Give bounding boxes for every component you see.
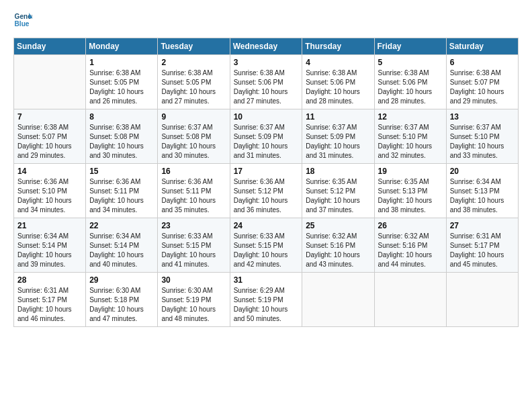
day-info: Sunrise: 6:33 AMSunset: 5:15 PMDaylight:…	[161, 232, 226, 269]
day-info: Sunrise: 6:30 AMSunset: 5:19 PMDaylight:…	[161, 286, 226, 324]
page-header: General Blue	[13, 11, 519, 30]
day-info: Sunrise: 6:36 AMSunset: 5:12 PMDaylight:…	[234, 177, 299, 215]
day-info: Sunrise: 6:34 AMSunset: 5:14 PMDaylight:…	[89, 232, 154, 269]
day-info: Sunrise: 6:36 AMSunset: 5:10 PMDaylight:…	[17, 177, 82, 215]
week-row-5: 28Sunrise: 6:31 AMSunset: 5:17 PMDayligh…	[14, 273, 519, 327]
day-cell: 25Sunrise: 6:32 AMSunset: 5:16 PMDayligh…	[302, 218, 374, 273]
day-cell	[14, 55, 86, 109]
day-number: 7	[17, 112, 82, 122]
day-info: Sunrise: 6:37 AMSunset: 5:09 PMDaylight:…	[306, 123, 370, 161]
week-row-1: 1Sunrise: 6:38 AMSunset: 5:05 PMDaylight…	[14, 55, 519, 109]
day-cell: 3Sunrise: 6:38 AMSunset: 5:06 PMDaylight…	[230, 55, 302, 109]
day-number: 25	[306, 221, 370, 230]
day-number: 20	[450, 167, 515, 176]
day-number: 18	[306, 167, 370, 176]
day-number: 8	[89, 112, 154, 122]
day-info: Sunrise: 6:33 AMSunset: 5:15 PMDaylight:…	[234, 232, 299, 269]
day-cell: 4Sunrise: 6:38 AMSunset: 5:06 PMDaylight…	[302, 55, 374, 109]
day-number: 31	[234, 275, 299, 285]
day-info: Sunrise: 6:37 AMSunset: 5:10 PMDaylight:…	[450, 123, 515, 161]
day-number: 23	[161, 221, 226, 230]
day-cell: 15Sunrise: 6:36 AMSunset: 5:11 PMDayligh…	[86, 164, 158, 218]
day-cell: 2Sunrise: 6:38 AMSunset: 5:05 PMDaylight…	[158, 55, 230, 109]
calendar-header-row: SundayMondayTuesdayWednesdayThursdayFrid…	[14, 38, 519, 55]
day-info: Sunrise: 6:38 AMSunset: 5:07 PMDaylight:…	[17, 123, 82, 161]
header-saturday: Saturday	[446, 38, 518, 55]
day-cell: 13Sunrise: 6:37 AMSunset: 5:10 PMDayligh…	[446, 109, 518, 164]
day-number: 24	[234, 221, 299, 230]
day-number: 30	[161, 275, 226, 285]
header-sunday: Sunday	[14, 38, 86, 55]
day-number: 2	[161, 58, 226, 67]
day-cell	[302, 273, 374, 327]
day-cell: 24Sunrise: 6:33 AMSunset: 5:15 PMDayligh…	[230, 218, 302, 273]
day-cell: 12Sunrise: 6:37 AMSunset: 5:10 PMDayligh…	[374, 109, 446, 164]
day-info: Sunrise: 6:38 AMSunset: 5:08 PMDaylight:…	[89, 123, 154, 161]
day-number: 16	[161, 167, 226, 176]
day-number: 1	[89, 58, 154, 67]
day-number: 5	[378, 58, 443, 67]
day-cell: 14Sunrise: 6:36 AMSunset: 5:10 PMDayligh…	[14, 164, 86, 218]
header-tuesday: Tuesday	[158, 38, 230, 55]
day-number: 10	[234, 112, 299, 122]
header-monday: Monday	[86, 38, 158, 55]
day-number: 28	[17, 275, 82, 285]
day-cell: 11Sunrise: 6:37 AMSunset: 5:09 PMDayligh…	[302, 109, 374, 164]
day-info: Sunrise: 6:31 AMSunset: 5:17 PMDaylight:…	[450, 232, 515, 269]
day-cell: 1Sunrise: 6:38 AMSunset: 5:05 PMDaylight…	[86, 55, 158, 109]
day-cell: 17Sunrise: 6:36 AMSunset: 5:12 PMDayligh…	[230, 164, 302, 218]
day-number: 9	[161, 112, 226, 122]
day-cell: 16Sunrise: 6:36 AMSunset: 5:11 PMDayligh…	[158, 164, 230, 218]
day-info: Sunrise: 6:38 AMSunset: 5:06 PMDaylight:…	[234, 68, 299, 106]
day-info: Sunrise: 6:34 AMSunset: 5:14 PMDaylight:…	[17, 232, 82, 269]
day-cell: 10Sunrise: 6:37 AMSunset: 5:09 PMDayligh…	[230, 109, 302, 164]
day-info: Sunrise: 6:32 AMSunset: 5:16 PMDaylight:…	[378, 232, 443, 269]
day-info: Sunrise: 6:30 AMSunset: 5:18 PMDaylight:…	[89, 286, 154, 324]
day-number: 14	[17, 167, 82, 176]
week-row-4: 21Sunrise: 6:34 AMSunset: 5:14 PMDayligh…	[14, 218, 519, 273]
day-info: Sunrise: 6:35 AMSunset: 5:13 PMDaylight:…	[378, 177, 443, 215]
day-cell: 22Sunrise: 6:34 AMSunset: 5:14 PMDayligh…	[86, 218, 158, 273]
header-friday: Friday	[374, 38, 446, 55]
header-wednesday: Wednesday	[230, 38, 302, 55]
day-number: 19	[378, 167, 443, 176]
day-info: Sunrise: 6:38 AMSunset: 5:06 PMDaylight:…	[306, 68, 370, 106]
day-cell: 7Sunrise: 6:38 AMSunset: 5:07 PMDaylight…	[14, 109, 86, 164]
day-number: 29	[89, 275, 154, 285]
day-info: Sunrise: 6:34 AMSunset: 5:13 PMDaylight:…	[450, 177, 515, 215]
day-info: Sunrise: 6:38 AMSunset: 5:07 PMDaylight:…	[450, 68, 515, 106]
week-row-2: 7Sunrise: 6:38 AMSunset: 5:07 PMDaylight…	[14, 109, 519, 164]
day-number: 26	[378, 221, 443, 230]
header-thursday: Thursday	[302, 38, 374, 55]
day-info: Sunrise: 6:32 AMSunset: 5:16 PMDaylight:…	[306, 232, 370, 269]
day-number: 21	[17, 221, 82, 230]
day-cell: 28Sunrise: 6:31 AMSunset: 5:17 PMDayligh…	[14, 273, 86, 327]
day-number: 6	[450, 58, 515, 67]
day-cell: 23Sunrise: 6:33 AMSunset: 5:15 PMDayligh…	[158, 218, 230, 273]
day-cell: 31Sunrise: 6:29 AMSunset: 5:19 PMDayligh…	[230, 273, 302, 327]
calendar-table: SundayMondayTuesdayWednesdayThursdayFrid…	[13, 38, 519, 327]
day-number: 3	[234, 58, 299, 67]
day-cell: 27Sunrise: 6:31 AMSunset: 5:17 PMDayligh…	[446, 218, 518, 273]
day-info: Sunrise: 6:38 AMSunset: 5:05 PMDaylight:…	[161, 68, 226, 106]
day-cell: 21Sunrise: 6:34 AMSunset: 5:14 PMDayligh…	[14, 218, 86, 273]
day-number: 17	[234, 167, 299, 176]
day-info: Sunrise: 6:31 AMSunset: 5:17 PMDaylight:…	[17, 286, 82, 324]
day-number: 15	[89, 167, 154, 176]
day-cell: 20Sunrise: 6:34 AMSunset: 5:13 PMDayligh…	[446, 164, 518, 218]
day-cell	[374, 273, 446, 327]
day-cell: 18Sunrise: 6:35 AMSunset: 5:12 PMDayligh…	[302, 164, 374, 218]
day-cell: 26Sunrise: 6:32 AMSunset: 5:16 PMDayligh…	[374, 218, 446, 273]
day-info: Sunrise: 6:36 AMSunset: 5:11 PMDaylight:…	[89, 177, 154, 215]
day-cell: 5Sunrise: 6:38 AMSunset: 5:06 PMDaylight…	[374, 55, 446, 109]
day-info: Sunrise: 6:37 AMSunset: 5:09 PMDaylight:…	[234, 123, 299, 161]
day-number: 13	[450, 112, 515, 122]
logo: General Blue	[13, 11, 32, 30]
day-info: Sunrise: 6:29 AMSunset: 5:19 PMDaylight:…	[234, 286, 299, 324]
day-cell: 6Sunrise: 6:38 AMSunset: 5:07 PMDaylight…	[446, 55, 518, 109]
day-cell: 8Sunrise: 6:38 AMSunset: 5:08 PMDaylight…	[86, 109, 158, 164]
day-number: 4	[306, 58, 370, 67]
day-info: Sunrise: 6:38 AMSunset: 5:05 PMDaylight:…	[89, 68, 154, 106]
week-row-3: 14Sunrise: 6:36 AMSunset: 5:10 PMDayligh…	[14, 164, 519, 218]
day-info: Sunrise: 6:38 AMSunset: 5:06 PMDaylight:…	[378, 68, 443, 106]
